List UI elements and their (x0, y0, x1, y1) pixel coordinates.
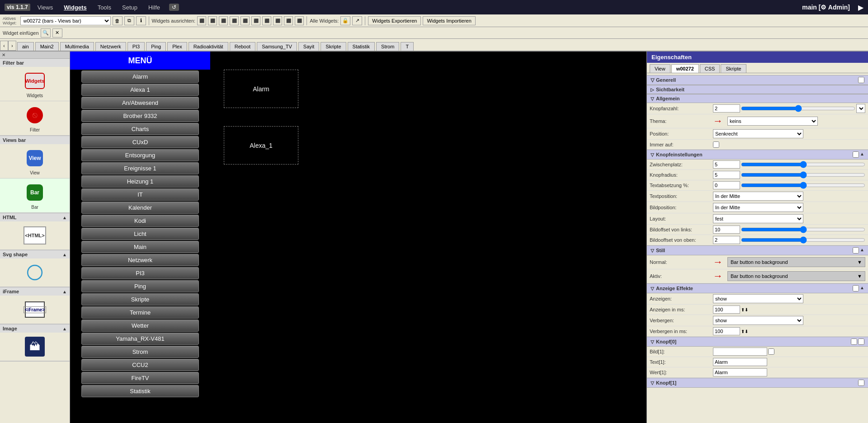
menu-btn-netzwerk[interactable]: Netzwerk (81, 254, 199, 266)
align-left-btn[interactable]: ⬛ (197, 16, 206, 25)
generell-section[interactable]: ▽ Generell (647, 75, 868, 85)
menu-btn-termine[interactable]: Termine (81, 306, 199, 319)
tab-t[interactable]: T (401, 42, 414, 51)
widget-search-btn[interactable]: 🔍 (41, 28, 51, 38)
widget-close-btn[interactable]: ✕ (52, 28, 62, 38)
knopf1-section[interactable]: ▽ Knopf[1] (647, 378, 868, 388)
prop-tab-w00272[interactable]: w00272 (671, 64, 699, 73)
bild1-checkbox[interactable] (768, 348, 774, 355)
verbergen-ms-input[interactable] (713, 327, 740, 335)
knopfeinstellungen-section[interactable]: ▽ Knopfeinstellungen ▲ (647, 150, 868, 160)
menu-tools[interactable]: Tools (94, 3, 115, 12)
sidebar-item-filter[interactable]: 🚫 Filter (0, 101, 70, 136)
lock-btn[interactable]: 🔒 (340, 16, 350, 25)
iframe-expand-icon[interactable]: ▲ (62, 289, 67, 294)
zwischenplatz-slider[interactable] (741, 163, 865, 166)
menu-btn-heizung[interactable]: Heizung 1 (81, 175, 199, 188)
image-expand-icon[interactable]: ▲ (62, 326, 67, 331)
anzeige-effekte-section[interactable]: ▽ Anzeige Effekte ▲ (647, 283, 868, 293)
import-widgets-btn[interactable]: Widgets Importieren (423, 16, 475, 25)
tab-main2[interactable]: Main2 (35, 42, 59, 51)
menu-btn-kodi[interactable]: Kodi (81, 215, 199, 227)
tab-netzwerk[interactable]: Netzwerk (95, 42, 126, 51)
menu-btn-statistik[interactable]: Statistik (81, 385, 199, 397)
align-top-btn[interactable]: ⬛ (230, 16, 239, 25)
export-icon-btn[interactable]: ↗ (352, 16, 362, 25)
anzeigen-ms-spinner[interactable]: ⬆⬇ (741, 307, 748, 312)
bild1-input[interactable] (713, 348, 767, 356)
knopf0-section[interactable]: ▽ Knopf[0] (647, 337, 868, 347)
still-expand[interactable]: ▲ (860, 247, 864, 254)
verbergen-ms-spinner[interactable]: ⬆⬇ (741, 329, 748, 334)
tab-plex[interactable]: Plex (167, 42, 187, 51)
sidebar-item-bar[interactable]: Bar Bar (0, 179, 70, 213)
sichtbarkeit-section[interactable]: ▷ Sichtbarkeit (647, 85, 868, 94)
expand-icon[interactable]: ▶ (858, 3, 863, 12)
tab-skripte[interactable]: Skripte (321, 42, 346, 51)
menu-btn-wetter[interactable]: Wetter (81, 320, 199, 332)
distribute-v-btn[interactable]: ⬛ (273, 16, 282, 25)
copy-widget-btn[interactable]: ⧉ (124, 16, 134, 25)
align-center-v-btn[interactable]: ⬛ (241, 16, 250, 25)
tab-sayit[interactable]: Sayit (298, 42, 319, 51)
menu-btn-main[interactable]: Main (81, 241, 199, 253)
tab-multimedia[interactable]: Multimedia (60, 42, 94, 51)
prop-tab-view[interactable]: View (650, 64, 670, 73)
menu-widgets[interactable]: Widgets (60, 3, 90, 12)
knopf1-checkbox[interactable] (858, 380, 864, 386)
textposition-select[interactable]: In der Mitte (713, 192, 803, 201)
knopfradius-slider[interactable] (741, 173, 865, 177)
menu-btn-ccu2[interactable]: CCU2 (81, 359, 199, 371)
knopf0-checkbox2[interactable] (858, 338, 864, 345)
prop-tab-css[interactable]: CSS (700, 64, 720, 73)
menu-btn-cuxd[interactable]: CUxD (81, 136, 199, 148)
align-bottom-btn[interactable]: ⬛ (251, 16, 260, 25)
tab-ain[interactable]: ain (17, 42, 34, 51)
sidebar-item-iframe[interactable]: <iFrame> (0, 296, 70, 324)
info-widget-btn[interactable]: ℹ (136, 16, 146, 25)
immer-auf-checkbox[interactable] (713, 141, 719, 148)
back-button[interactable]: ↺ (169, 4, 179, 11)
anzeigen-ms-input[interactable] (713, 306, 740, 314)
bildoffset-links-slider[interactable] (741, 228, 865, 231)
thema-select[interactable]: keins (727, 117, 818, 126)
zwischenplatz-input[interactable] (713, 160, 740, 169)
menu-btn-kalender[interactable]: Kalender (81, 202, 199, 214)
knopfanzahl-select[interactable] (856, 104, 865, 113)
menu-btn-firetv[interactable]: FireTV (81, 372, 199, 384)
menu-btn-entsorgung[interactable]: Entsorgung (81, 149, 199, 161)
sidebar-item-widgets[interactable]: Widgets Widgets (0, 67, 70, 101)
menu-btn-licht[interactable]: Licht (81, 228, 199, 240)
tab-radioaktivitat[interactable]: Radioaktivität (189, 42, 228, 51)
tab-ping[interactable]: Ping (146, 42, 166, 51)
html-expand-icon[interactable]: ▲ (62, 215, 67, 220)
tab-reboot[interactable]: Reboot (230, 42, 255, 51)
menu-btn-ereignisse[interactable]: Ereignisse 1 (81, 162, 199, 174)
align-center-h-btn[interactable]: ⬛ (208, 16, 217, 25)
dashed-box-alexa[interactable]: Alexa_1 (224, 126, 298, 164)
dashed-box-alarm[interactable]: Alarm (224, 70, 298, 108)
aktiv-btn[interactable]: Bar button no background ▼ (727, 271, 865, 281)
menu-btn-alarm[interactable]: Alarm (81, 70, 199, 83)
bildoffset-links-input[interactable] (713, 226, 740, 234)
align-right-btn[interactable]: ⬛ (219, 16, 228, 25)
menu-btn-brother[interactable]: Brother 9332 (81, 110, 199, 122)
menu-btn-strom[interactable]: Strom (81, 346, 199, 358)
svg-expand-icon[interactable]: ▲ (62, 252, 67, 257)
tab-strom[interactable]: Strom (376, 42, 399, 51)
tab-statistik[interactable]: Statistik (348, 42, 375, 51)
distribute-h-btn[interactable]: ⬛ (262, 16, 271, 25)
still-section[interactable]: ▽ Still ▲ (647, 245, 868, 255)
menu-btn-yamaha[interactable]: Yamaha_RX-V481 (81, 333, 199, 345)
menu-btn-skripte[interactable]: Skripte (81, 293, 199, 306)
knopfeinstellungen-checkbox[interactable] (853, 151, 859, 158)
menu-btn-alexa1[interactable]: Alexa 1 (81, 84, 199, 96)
still-checkbox[interactable] (853, 247, 859, 254)
normal-btn[interactable]: Bar button no background ▼ (727, 257, 865, 267)
menu-btn-it[interactable]: IT (81, 188, 199, 201)
same-height-btn[interactable]: ⬛ (295, 16, 304, 25)
sidebar-item-view[interactable]: View View (0, 144, 70, 179)
textabsetzung-slider[interactable] (741, 183, 865, 187)
menu-btn-ping[interactable]: Ping (81, 280, 199, 292)
tab-next-btn[interactable]: › (8, 41, 16, 51)
